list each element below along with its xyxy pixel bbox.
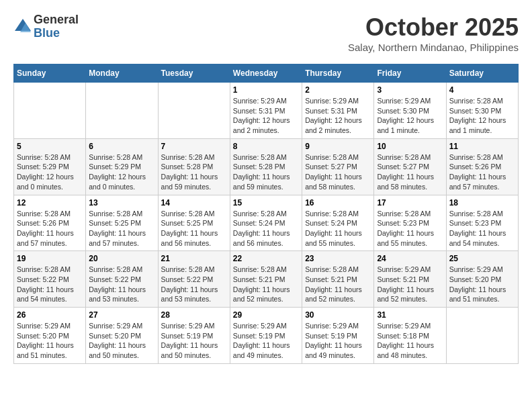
- logo-line1: General: [34, 13, 79, 27]
- day-info: Sunrise: 5:29 AM Sunset: 5:21 PM Dayligh…: [377, 265, 443, 304]
- calendar-table: SundayMondayTuesdayWednesdayThursdayFrid…: [13, 64, 519, 364]
- day-number: 14: [161, 198, 227, 208]
- logo: General Blue: [13, 13, 79, 40]
- calendar-cell: 6Sunrise: 5:28 AM Sunset: 5:29 PM Daylig…: [86, 138, 158, 195]
- calendar-cell: 26Sunrise: 5:29 AM Sunset: 5:20 PM Dayli…: [14, 308, 86, 364]
- calendar-week-row: 26Sunrise: 5:29 AM Sunset: 5:20 PM Dayli…: [14, 308, 519, 364]
- day-number: 30: [305, 310, 371, 320]
- location-subtitle: Salay, Northern Mindanao, Philippines: [348, 42, 519, 53]
- day-info: Sunrise: 5:28 AM Sunset: 5:27 PM Dayligh…: [305, 152, 371, 192]
- calendar-cell: 5Sunrise: 5:28 AM Sunset: 5:29 PM Daylig…: [14, 138, 86, 195]
- day-number: 1: [233, 85, 299, 95]
- calendar-cell: 22Sunrise: 5:28 AM Sunset: 5:21 PM Dayli…: [230, 251, 302, 308]
- day-number: 19: [17, 254, 83, 263]
- calendar-cell: 15Sunrise: 5:28 AM Sunset: 5:24 PM Dayli…: [230, 195, 302, 251]
- calendar-cell: [14, 83, 86, 139]
- day-info: Sunrise: 5:29 AM Sunset: 5:20 PM Dayligh…: [89, 321, 154, 361]
- day-info: Sunrise: 5:29 AM Sunset: 5:19 PM Dayligh…: [233, 321, 299, 361]
- calendar-cell: 27Sunrise: 5:29 AM Sunset: 5:20 PM Dayli…: [86, 308, 158, 364]
- weekday-header: Monday: [86, 64, 158, 83]
- day-info: Sunrise: 5:29 AM Sunset: 5:19 PM Dayligh…: [305, 321, 371, 361]
- calendar-cell: 8Sunrise: 5:28 AM Sunset: 5:28 PM Daylig…: [230, 138, 302, 195]
- day-number: 13: [89, 198, 154, 208]
- calendar-cell: 28Sunrise: 5:29 AM Sunset: 5:19 PM Dayli…: [158, 308, 230, 364]
- calendar-week-row: 5Sunrise: 5:28 AM Sunset: 5:29 PM Daylig…: [14, 138, 519, 195]
- day-info: Sunrise: 5:29 AM Sunset: 5:19 PM Dayligh…: [161, 321, 227, 361]
- day-number: 11: [449, 142, 515, 151]
- day-number: 23: [305, 254, 371, 263]
- calendar-cell: 7Sunrise: 5:28 AM Sunset: 5:28 PM Daylig…: [158, 138, 230, 195]
- day-number: 8: [233, 142, 299, 151]
- day-info: Sunrise: 5:28 AM Sunset: 5:29 PM Dayligh…: [89, 152, 154, 192]
- calendar-cell: [446, 308, 518, 364]
- day-number: 24: [377, 254, 443, 263]
- day-info: Sunrise: 5:28 AM Sunset: 5:23 PM Dayligh…: [377, 209, 443, 248]
- calendar-cell: 21Sunrise: 5:28 AM Sunset: 5:22 PM Dayli…: [158, 251, 230, 308]
- calendar-cell: 29Sunrise: 5:29 AM Sunset: 5:19 PM Dayli…: [230, 308, 302, 364]
- calendar-cell: 10Sunrise: 5:28 AM Sunset: 5:27 PM Dayli…: [374, 138, 446, 195]
- day-number: 25: [449, 254, 515, 263]
- calendar-cell: 9Sunrise: 5:28 AM Sunset: 5:27 PM Daylig…: [302, 138, 374, 195]
- calendar-cell: [86, 83, 158, 139]
- day-info: Sunrise: 5:28 AM Sunset: 5:30 PM Dayligh…: [449, 96, 515, 136]
- day-info: Sunrise: 5:28 AM Sunset: 5:25 PM Dayligh…: [161, 209, 227, 248]
- calendar-cell: 4Sunrise: 5:28 AM Sunset: 5:30 PM Daylig…: [446, 83, 518, 139]
- logo-line2: Blue: [34, 27, 79, 40]
- day-info: Sunrise: 5:29 AM Sunset: 5:20 PM Dayligh…: [17, 321, 83, 361]
- calendar-cell: 2Sunrise: 5:29 AM Sunset: 5:31 PM Daylig…: [302, 83, 374, 139]
- day-info: Sunrise: 5:28 AM Sunset: 5:26 PM Dayligh…: [449, 152, 515, 192]
- day-number: 12: [17, 198, 83, 208]
- weekday-header: Wednesday: [230, 64, 302, 83]
- day-number: 27: [89, 310, 154, 320]
- calendar-cell: [158, 83, 230, 139]
- weekday-header: Friday: [374, 64, 446, 83]
- day-info: Sunrise: 5:28 AM Sunset: 5:22 PM Dayligh…: [161, 265, 227, 304]
- day-info: Sunrise: 5:28 AM Sunset: 5:29 PM Dayligh…: [17, 152, 83, 192]
- day-info: Sunrise: 5:29 AM Sunset: 5:30 PM Dayligh…: [377, 96, 443, 136]
- day-info: Sunrise: 5:28 AM Sunset: 5:26 PM Dayligh…: [17, 209, 83, 248]
- day-number: 6: [89, 142, 154, 151]
- day-number: 28: [161, 310, 227, 320]
- calendar-cell: 17Sunrise: 5:28 AM Sunset: 5:23 PM Dayli…: [374, 195, 446, 251]
- calendar-cell: 18Sunrise: 5:28 AM Sunset: 5:23 PM Dayli…: [446, 195, 518, 251]
- day-number: 2: [305, 85, 371, 95]
- day-info: Sunrise: 5:28 AM Sunset: 5:21 PM Dayligh…: [233, 265, 299, 304]
- day-number: 7: [161, 142, 227, 151]
- day-info: Sunrise: 5:28 AM Sunset: 5:25 PM Dayligh…: [89, 209, 154, 248]
- calendar-cell: 20Sunrise: 5:28 AM Sunset: 5:22 PM Dayli…: [86, 251, 158, 308]
- calendar-cell: 30Sunrise: 5:29 AM Sunset: 5:19 PM Dayli…: [302, 308, 374, 364]
- calendar-cell: 3Sunrise: 5:29 AM Sunset: 5:30 PM Daylig…: [374, 83, 446, 139]
- calendar-cell: 14Sunrise: 5:28 AM Sunset: 5:25 PM Dayli…: [158, 195, 230, 251]
- day-info: Sunrise: 5:29 AM Sunset: 5:18 PM Dayligh…: [377, 321, 443, 361]
- calendar-week-row: 1Sunrise: 5:29 AM Sunset: 5:31 PM Daylig…: [14, 83, 519, 139]
- day-number: 9: [305, 142, 371, 151]
- day-number: 21: [161, 254, 227, 263]
- day-info: Sunrise: 5:28 AM Sunset: 5:24 PM Dayligh…: [233, 209, 299, 248]
- calendar-cell: 16Sunrise: 5:28 AM Sunset: 5:24 PM Dayli…: [302, 195, 374, 251]
- title-block: October 2025 Salay, Northern Mindanao, P…: [348, 13, 519, 53]
- calendar-cell: 12Sunrise: 5:28 AM Sunset: 5:26 PM Dayli…: [14, 195, 86, 251]
- day-number: 15: [233, 198, 299, 208]
- weekday-header: Saturday: [446, 64, 518, 83]
- day-info: Sunrise: 5:28 AM Sunset: 5:28 PM Dayligh…: [233, 152, 299, 192]
- logo-icon: [13, 17, 32, 36]
- day-number: 5: [17, 142, 83, 151]
- weekday-header: Thursday: [302, 64, 374, 83]
- calendar-cell: 11Sunrise: 5:28 AM Sunset: 5:26 PM Dayli…: [446, 138, 518, 195]
- calendar-cell: 19Sunrise: 5:28 AM Sunset: 5:22 PM Dayli…: [14, 251, 86, 308]
- calendar-cell: 13Sunrise: 5:28 AM Sunset: 5:25 PM Dayli…: [86, 195, 158, 251]
- day-info: Sunrise: 5:28 AM Sunset: 5:27 PM Dayligh…: [377, 152, 443, 192]
- day-number: 10: [377, 142, 443, 151]
- day-number: 31: [377, 310, 443, 320]
- calendar-week-row: 19Sunrise: 5:28 AM Sunset: 5:22 PM Dayli…: [14, 251, 519, 308]
- day-number: 18: [449, 198, 515, 208]
- weekday-header-row: SundayMondayTuesdayWednesdayThursdayFrid…: [14, 64, 519, 83]
- day-info: Sunrise: 5:28 AM Sunset: 5:22 PM Dayligh…: [89, 265, 154, 304]
- calendar-cell: 1Sunrise: 5:29 AM Sunset: 5:31 PM Daylig…: [230, 83, 302, 139]
- day-info: Sunrise: 5:29 AM Sunset: 5:31 PM Dayligh…: [233, 96, 299, 136]
- day-info: Sunrise: 5:29 AM Sunset: 5:20 PM Dayligh…: [449, 265, 515, 304]
- day-info: Sunrise: 5:29 AM Sunset: 5:31 PM Dayligh…: [305, 96, 371, 136]
- calendar-cell: 24Sunrise: 5:29 AM Sunset: 5:21 PM Dayli…: [374, 251, 446, 308]
- day-number: 3: [377, 85, 443, 95]
- calendar-cell: 25Sunrise: 5:29 AM Sunset: 5:20 PM Dayli…: [446, 251, 518, 308]
